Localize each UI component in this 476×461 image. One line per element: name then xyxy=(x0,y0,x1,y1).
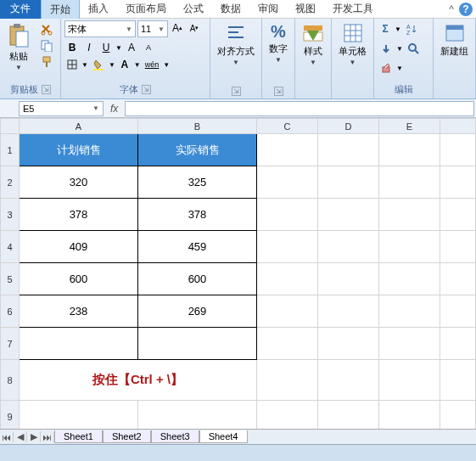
name-box[interactable]: E5▼ xyxy=(19,101,104,116)
font-launcher-icon[interactable]: ⇲ xyxy=(142,85,151,94)
tab-formula[interactable]: 公式 xyxy=(175,0,212,19)
bold-button[interactable]: B xyxy=(64,40,80,55)
tab-view[interactable]: 视图 xyxy=(287,0,324,19)
worksheet-grid[interactable]: A B C D E 1 计划销售 实际销售 2 320 325 3 378 37… xyxy=(0,118,476,429)
formula-bar[interactable] xyxy=(125,101,474,116)
cell[interactable] xyxy=(318,295,379,328)
cell[interactable] xyxy=(257,134,318,166)
align-launcher-icon[interactable]: ⇲ xyxy=(232,87,241,96)
cell[interactable] xyxy=(440,134,476,166)
cells-dd-icon[interactable]: ▼ xyxy=(350,59,356,66)
tab-review[interactable]: 审阅 xyxy=(249,0,287,19)
cell[interactable] xyxy=(440,295,476,328)
cell[interactable] xyxy=(440,199,476,231)
fill-color-button[interactable] xyxy=(90,57,107,72)
fontcolor-dd-icon[interactable]: ▼ xyxy=(134,61,141,69)
fill-series-dd-icon[interactable]: ▼ xyxy=(396,45,403,53)
grow-font2-button[interactable]: A xyxy=(124,40,139,55)
row-header[interactable]: 8 xyxy=(1,360,20,401)
cell[interactable] xyxy=(257,263,318,295)
phonetic-dd-icon[interactable]: ▼ xyxy=(163,61,170,69)
cell[interactable] xyxy=(440,263,476,295)
sheet-nav-first[interactable]: ⏮ xyxy=(0,432,14,442)
row-header[interactable]: 3 xyxy=(1,199,20,231)
font-color-button[interactable]: A xyxy=(117,57,132,72)
cell[interactable] xyxy=(318,134,379,166)
font-size-combo[interactable]: 11▼ xyxy=(137,20,168,37)
clipboard-launcher-icon[interactable]: ⇲ xyxy=(42,85,51,94)
sheet-nav-next[interactable]: ▶ xyxy=(27,431,41,442)
underline-button[interactable]: U xyxy=(98,40,114,55)
cell[interactable] xyxy=(379,401,440,430)
cell-a5[interactable]: 600 xyxy=(20,263,138,295)
cell-b1[interactable]: 实际销售 xyxy=(138,134,257,166)
cell[interactable] xyxy=(257,199,318,231)
select-all-corner[interactable] xyxy=(1,119,20,134)
styles-dd-icon[interactable]: ▼ xyxy=(310,59,316,66)
cell-a3[interactable]: 378 xyxy=(20,199,138,231)
cell[interactable] xyxy=(318,166,379,199)
sort-button[interactable]: AZ xyxy=(403,21,420,37)
cell-b5[interactable]: 600 xyxy=(138,263,257,295)
row-header[interactable]: 7 xyxy=(1,328,20,360)
cell-b4[interactable]: 459 xyxy=(138,231,257,263)
cell[interactable] xyxy=(318,231,379,263)
cell[interactable] xyxy=(379,199,440,231)
number-launcher-icon[interactable]: ⇲ xyxy=(274,87,283,96)
col-header-e[interactable]: E xyxy=(379,119,440,134)
styles-button[interactable]: 样式 ▼ xyxy=(299,20,328,68)
phonetic-button[interactable]: wén xyxy=(143,57,162,72)
autosum-dd-icon[interactable]: ▼ xyxy=(395,25,401,33)
tab-insert[interactable]: 插入 xyxy=(80,0,117,19)
italic-button[interactable]: I xyxy=(81,40,97,55)
cell[interactable] xyxy=(379,166,440,199)
align-button[interactable]: 对齐方式 ▼ xyxy=(214,20,258,68)
cell[interactable] xyxy=(318,360,379,401)
border-button[interactable] xyxy=(64,57,80,72)
tab-data[interactable]: 数据 xyxy=(212,0,249,19)
clear-dd-icon[interactable]: ▼ xyxy=(396,65,403,72)
format-painter-button[interactable] xyxy=(38,54,55,70)
col-header-a[interactable]: A xyxy=(20,119,138,134)
shrink-font-button[interactable]: A▾ xyxy=(187,20,202,36)
border-dd-icon[interactable]: ▼ xyxy=(81,61,88,69)
tab-layout[interactable]: 页面布局 xyxy=(117,0,175,19)
sheet-tab[interactable]: Sheet2 xyxy=(103,430,151,443)
cell[interactable] xyxy=(379,231,440,263)
row-header[interactable]: 6 xyxy=(1,295,20,328)
cell-a2[interactable]: 320 xyxy=(20,166,138,199)
shrink-font2-button[interactable]: A xyxy=(141,40,156,55)
cell-b2[interactable]: 325 xyxy=(138,166,257,199)
cell[interactable] xyxy=(318,263,379,295)
find-button[interactable] xyxy=(405,41,422,56)
col-header-b[interactable]: B xyxy=(138,119,257,134)
cell[interactable] xyxy=(379,295,440,328)
cell[interactable] xyxy=(440,231,476,263)
sheet-tab[interactable]: Sheet4 xyxy=(199,430,248,443)
cell-b6[interactable]: 269 xyxy=(138,295,257,328)
row-header[interactable]: 5 xyxy=(1,263,20,295)
cell[interactable] xyxy=(257,166,318,199)
cell[interactable] xyxy=(257,328,318,360)
sheet-nav-prev[interactable]: ◀ xyxy=(14,431,27,442)
tab-dev[interactable]: 开发工具 xyxy=(324,0,382,19)
number-dd-icon[interactable]: ▼ xyxy=(275,56,282,64)
row-header[interactable]: 9 xyxy=(1,401,20,430)
fill-button[interactable] xyxy=(378,41,395,56)
cell[interactable] xyxy=(257,401,318,430)
col-header-f[interactable] xyxy=(440,119,476,134)
row-header[interactable]: 2 xyxy=(1,166,20,199)
cell-b7[interactable] xyxy=(138,328,257,360)
row-header[interactable]: 4 xyxy=(1,231,20,263)
align-dd-icon[interactable]: ▼ xyxy=(232,59,239,66)
font-name-combo[interactable]: 宋体▼ xyxy=(64,20,136,37)
cell[interactable] xyxy=(440,401,476,430)
cell[interactable] xyxy=(379,328,440,360)
cell[interactable] xyxy=(138,401,257,430)
sheet-tab[interactable]: Sheet1 xyxy=(54,430,103,443)
cell[interactable] xyxy=(379,134,440,166)
cell[interactable] xyxy=(257,360,318,401)
number-button[interactable]: % 数字 ▼ xyxy=(266,20,291,65)
cell-hint[interactable]: 按住【Ctrl + \】 xyxy=(20,360,257,401)
cell[interactable] xyxy=(257,231,318,263)
